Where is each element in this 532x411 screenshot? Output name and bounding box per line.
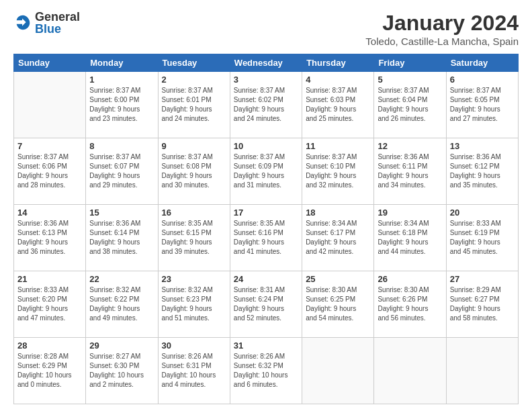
calendar-cell: 26Sunrise: 8:30 AM Sunset: 6:26 PM Dayli… [374, 271, 446, 338]
calendar-cell: 22Sunrise: 8:32 AM Sunset: 6:22 PM Dayli… [86, 271, 158, 338]
calendar-cell: 19Sunrise: 8:34 AM Sunset: 6:18 PM Dayli… [374, 205, 446, 271]
day-number: 30 [162, 340, 226, 351]
day-info: Sunrise: 8:37 AM Sunset: 6:09 PM Dayligh… [234, 152, 298, 190]
col-header-thursday: Thursday [302, 54, 374, 72]
day-info: Sunrise: 8:36 AM Sunset: 6:13 PM Dayligh… [17, 219, 82, 257]
day-info: Sunrise: 8:37 AM Sunset: 6:04 PM Dayligh… [378, 86, 442, 124]
day-number: 13 [450, 141, 515, 151]
header: General Blue January 2024 Toledo, Castil… [13, 11, 519, 47]
calendar-cell: 12Sunrise: 8:36 AM Sunset: 6:11 PM Dayli… [374, 138, 446, 205]
day-info: Sunrise: 8:34 AM Sunset: 6:18 PM Dayligh… [378, 219, 442, 257]
day-info: Sunrise: 8:37 AM Sunset: 6:05 PM Dayligh… [450, 86, 515, 124]
day-number: 18 [306, 208, 370, 218]
calendar-week-row: 28Sunrise: 8:28 AM Sunset: 6:29 PM Dayli… [14, 338, 519, 404]
day-number: 25 [306, 274, 370, 284]
calendar-cell: 14Sunrise: 8:36 AM Sunset: 6:13 PM Dayli… [14, 205, 86, 271]
logo-icon [13, 13, 32, 32]
calendar-cell: 13Sunrise: 8:36 AM Sunset: 6:12 PM Dayli… [446, 138, 518, 205]
day-info: Sunrise: 8:34 AM Sunset: 6:17 PM Dayligh… [306, 219, 370, 257]
day-info: Sunrise: 8:37 AM Sunset: 6:02 PM Dayligh… [234, 86, 298, 124]
day-number: 14 [17, 208, 82, 218]
day-number: 9 [162, 141, 226, 151]
day-number: 12 [378, 141, 442, 151]
day-info: Sunrise: 8:26 AM Sunset: 6:32 PM Dayligh… [234, 352, 298, 390]
day-info: Sunrise: 8:28 AM Sunset: 6:29 PM Dayligh… [17, 352, 82, 390]
day-info: Sunrise: 8:37 AM Sunset: 6:07 PM Dayligh… [89, 152, 154, 190]
calendar-cell: 31Sunrise: 8:26 AM Sunset: 6:32 PM Dayli… [230, 338, 302, 404]
day-number: 2 [162, 75, 226, 85]
calendar-week-row: 7Sunrise: 8:37 AM Sunset: 6:06 PM Daylig… [14, 138, 519, 205]
day-number: 1 [89, 75, 154, 85]
day-number: 27 [450, 274, 515, 284]
day-number: 3 [234, 75, 298, 85]
day-number: 19 [378, 208, 442, 218]
logo-blue-text: Blue [35, 23, 80, 35]
month-title: January 2024 [365, 11, 519, 36]
calendar-cell: 25Sunrise: 8:30 AM Sunset: 6:25 PM Dayli… [302, 271, 374, 338]
page: General Blue January 2024 Toledo, Castil… [0, 0, 532, 411]
logo-general-text: General [35, 11, 80, 23]
day-number: 17 [234, 208, 298, 218]
calendar-cell: 28Sunrise: 8:28 AM Sunset: 6:29 PM Dayli… [14, 338, 86, 404]
calendar-table: SundayMondayTuesdayWednesdayThursdayFrid… [13, 54, 519, 404]
day-info: Sunrise: 8:31 AM Sunset: 6:24 PM Dayligh… [234, 285, 298, 323]
calendar-cell: 29Sunrise: 8:27 AM Sunset: 6:30 PM Dayli… [86, 338, 158, 404]
calendar-cell: 24Sunrise: 8:31 AM Sunset: 6:24 PM Dayli… [230, 271, 302, 338]
day-info: Sunrise: 8:30 AM Sunset: 6:26 PM Dayligh… [378, 285, 442, 323]
col-header-sunday: Sunday [14, 54, 86, 72]
day-number: 11 [306, 141, 370, 151]
day-number: 10 [234, 141, 298, 151]
col-header-wednesday: Wednesday [230, 54, 302, 72]
calendar-cell [446, 338, 518, 404]
day-number: 23 [162, 274, 226, 284]
day-number: 31 [234, 340, 298, 351]
day-info: Sunrise: 8:30 AM Sunset: 6:25 PM Dayligh… [306, 285, 370, 323]
calendar-cell: 23Sunrise: 8:32 AM Sunset: 6:23 PM Dayli… [158, 271, 230, 338]
day-number: 16 [162, 208, 226, 218]
day-info: Sunrise: 8:37 AM Sunset: 6:01 PM Dayligh… [162, 86, 226, 124]
calendar-cell: 1Sunrise: 8:37 AM Sunset: 6:00 PM Daylig… [86, 72, 158, 138]
calendar-week-row: 14Sunrise: 8:36 AM Sunset: 6:13 PM Dayli… [14, 205, 519, 271]
calendar-cell: 18Sunrise: 8:34 AM Sunset: 6:17 PM Dayli… [302, 205, 374, 271]
day-info: Sunrise: 8:35 AM Sunset: 6:15 PM Dayligh… [162, 219, 226, 257]
col-header-friday: Friday [374, 54, 446, 72]
calendar-cell [14, 72, 86, 138]
day-info: Sunrise: 8:29 AM Sunset: 6:27 PM Dayligh… [450, 285, 515, 323]
day-number: 15 [89, 208, 154, 218]
day-number: 5 [378, 75, 442, 85]
day-number: 20 [450, 208, 515, 218]
day-info: Sunrise: 8:27 AM Sunset: 6:30 PM Dayligh… [89, 352, 154, 390]
calendar-cell: 7Sunrise: 8:37 AM Sunset: 6:06 PM Daylig… [14, 138, 86, 205]
calendar-cell: 16Sunrise: 8:35 AM Sunset: 6:15 PM Dayli… [158, 205, 230, 271]
day-number: 7 [17, 141, 82, 151]
calendar-cell [302, 338, 374, 404]
calendar-week-row: 1Sunrise: 8:37 AM Sunset: 6:00 PM Daylig… [14, 72, 519, 138]
calendar-cell: 27Sunrise: 8:29 AM Sunset: 6:27 PM Dayli… [446, 271, 518, 338]
day-number: 28 [17, 340, 82, 351]
calendar-cell: 9Sunrise: 8:37 AM Sunset: 6:08 PM Daylig… [158, 138, 230, 205]
calendar-cell: 6Sunrise: 8:37 AM Sunset: 6:05 PM Daylig… [446, 72, 518, 138]
col-header-monday: Monday [86, 54, 158, 72]
calendar-cell: 2Sunrise: 8:37 AM Sunset: 6:01 PM Daylig… [158, 72, 230, 138]
day-info: Sunrise: 8:32 AM Sunset: 6:23 PM Dayligh… [162, 285, 226, 323]
day-number: 8 [89, 141, 154, 151]
day-number: 29 [89, 340, 154, 351]
day-info: Sunrise: 8:36 AM Sunset: 6:11 PM Dayligh… [378, 152, 442, 190]
day-info: Sunrise: 8:37 AM Sunset: 6:00 PM Dayligh… [89, 86, 154, 124]
day-info: Sunrise: 8:35 AM Sunset: 6:16 PM Dayligh… [234, 219, 298, 257]
calendar-cell: 11Sunrise: 8:37 AM Sunset: 6:10 PM Dayli… [302, 138, 374, 205]
title-block: January 2024 Toledo, Castille-La Mancha,… [365, 11, 519, 47]
calendar-cell: 17Sunrise: 8:35 AM Sunset: 6:16 PM Dayli… [230, 205, 302, 271]
day-number: 22 [89, 274, 154, 284]
day-info: Sunrise: 8:33 AM Sunset: 6:19 PM Dayligh… [450, 219, 515, 257]
day-number: 4 [306, 75, 370, 85]
calendar-week-row: 21Sunrise: 8:33 AM Sunset: 6:20 PM Dayli… [14, 271, 519, 338]
day-info: Sunrise: 8:37 AM Sunset: 6:06 PM Dayligh… [17, 152, 82, 190]
location-title: Toledo, Castille-La Mancha, Spain [365, 36, 519, 47]
calendar-cell [374, 338, 446, 404]
calendar-cell: 4Sunrise: 8:37 AM Sunset: 6:03 PM Daylig… [302, 72, 374, 138]
calendar-cell: 5Sunrise: 8:37 AM Sunset: 6:04 PM Daylig… [374, 72, 446, 138]
calendar-cell: 30Sunrise: 8:26 AM Sunset: 6:31 PM Dayli… [158, 338, 230, 404]
calendar-cell: 10Sunrise: 8:37 AM Sunset: 6:09 PM Dayli… [230, 138, 302, 205]
logo: General Blue [13, 11, 80, 35]
